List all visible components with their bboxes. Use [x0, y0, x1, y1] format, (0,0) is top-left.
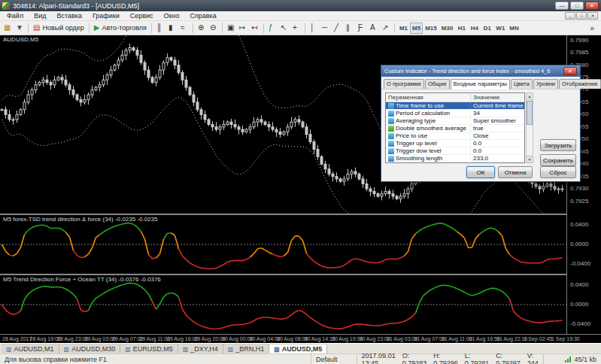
dialog-title-bar[interactable]: Custom Indicator - Trend direction and f… [381, 65, 580, 77]
mdi-close-button[interactable]: ✕ [587, 12, 598, 20]
timeframe-m15-button[interactable]: M15 [423, 23, 439, 34]
indicator-axis-label: 0.0000 [570, 241, 588, 247]
indicator-pane-1[interactable]: M5 forex-TSD trend direction & force (34… [0, 215, 566, 274]
dialog-tab-входные-параметры[interactable]: Входные параметры [451, 79, 510, 89]
param-name: Smoothing length [396, 155, 471, 162]
load-button[interactable]: Загрузить [540, 139, 576, 151]
chart-tab--brn-h1[interactable]: ▥_BRN,H1 [223, 344, 270, 353]
dialog-close-icon[interactable]: ✕ [563, 67, 577, 75]
dialog-tab-цвета[interactable]: Цвета [511, 79, 533, 89]
line-chart-button[interactable]: ≈ [178, 22, 190, 34]
reset-button[interactable]: Сброс [540, 166, 576, 178]
indicator-2-canvas[interactable] [0, 275, 566, 334]
candlestick-chart-button[interactable]: ▮ [166, 22, 178, 34]
scroll-thumb[interactable] [527, 101, 533, 125]
chart-tab-audusd-m5[interactable]: ▥AUDUSD,M5 [269, 344, 327, 353]
zoom-out-button[interactable]: ⊖ [208, 22, 220, 34]
fibonacci-button[interactable]: Ƒ [356, 22, 368, 34]
chart-tab--dxy-h4[interactable]: ▥_DXY,H4 [178, 344, 223, 353]
param-row[interactable]: Averaging typeSuper smoother [386, 117, 524, 125]
arrow-objects-button[interactable]: ↗ [380, 22, 392, 34]
indicator-pane-2[interactable]: M5 Trend Direction Force + Ocean TT (34)… [0, 275, 566, 334]
vertical-line-button[interactable]: │ [308, 22, 320, 34]
menu-item-Сервис[interactable]: Сервис [125, 12, 159, 20]
ok-button[interactable]: ОК [466, 166, 495, 178]
menu-item-Окно[interactable]: Окно [159, 12, 185, 20]
close-button[interactable]: ✕ [585, 2, 599, 10]
time-axis-label: 30 Aug 04:00 [250, 336, 281, 341]
new-chart-button[interactable]: ▦ [2, 22, 14, 34]
timeframe-mn-button[interactable]: MN [507, 23, 521, 34]
cursor-button[interactable]: ↖ [278, 22, 290, 34]
horizontal-line-button[interactable]: ─ [320, 22, 332, 34]
indicators-button[interactable]: ƒ [266, 22, 278, 34]
timeframe-h1-button[interactable]: H1 [455, 23, 468, 34]
param-row[interactable]: Double smoothed averagetrue [386, 125, 524, 132]
timeframe-w1-button[interactable]: W1 [493, 23, 507, 34]
time-axis-label: 30 Aug 19:00 [332, 336, 363, 341]
menu-item-Графики[interactable]: Графики [87, 12, 125, 20]
param-row[interactable]: Smoothing length233.0 [386, 155, 524, 162]
param-value[interactable]: 0.0 [471, 140, 524, 147]
cancel-button[interactable]: Отмена [498, 166, 533, 178]
param-row[interactable]: Trigger dow level0.0 [386, 147, 524, 155]
param-row[interactable]: Trigger up level0.0 [386, 140, 524, 147]
param-value[interactable]: 0.0 [471, 147, 524, 154]
dialog-tab-о-программе[interactable]: О программе [384, 79, 424, 89]
chart-tab-audusd-m1[interactable]: ▥AUDUSD,M1 [2, 344, 59, 353]
dialog-tab-отображение[interactable]: Отображение [559, 79, 601, 89]
timeframe-m30-button[interactable]: M30 [439, 23, 456, 34]
timeframe-h4-button[interactable]: H4 [468, 23, 481, 34]
time-axis-label: 29 Aug 20:00 [195, 336, 226, 341]
text-label-button[interactable]: A [368, 22, 380, 34]
param-row[interactable]: Period of calculation34 [386, 110, 524, 117]
dialog-tab-общие[interactable]: Общие [425, 79, 450, 89]
scroll-down-icon[interactable]: ▼ [527, 156, 533, 162]
status-profile[interactable]: Default [311, 354, 357, 364]
param-value[interactable]: 233.0 [471, 155, 524, 162]
toolbar-overflow-button[interactable]: » [584, 23, 599, 34]
param-row[interactable]: Time frame to useCurrent time frame [386, 102, 524, 110]
indicator-1-canvas[interactable] [0, 215, 566, 274]
param-value[interactable]: true [471, 125, 524, 132]
auto-scroll-button[interactable]: ↦ [237, 22, 249, 34]
save-button[interactable]: Сохранить [540, 154, 576, 166]
dialog-tab-уровни[interactable]: Уровни [533, 79, 558, 89]
param-value[interactable]: Current time frame [471, 102, 524, 109]
title-bar[interactable]: 304814: Alpari-Standard3 - [AUDUSD,M5] —… [0, 0, 601, 11]
param-row[interactable]: Price to useClose [386, 132, 524, 140]
menu-item-Справка[interactable]: Справка [184, 12, 221, 20]
crosshair-button[interactable]: + [290, 22, 302, 34]
zoom-in-button[interactable]: ⊕ [196, 22, 208, 34]
timeframe-d1-button[interactable]: D1 [481, 23, 493, 34]
timeframe-m1-button[interactable]: M1 [397, 23, 410, 34]
param-value[interactable]: Close [471, 132, 524, 139]
trendline-icon: ╱ [334, 23, 338, 33]
mdi-window-controls: _ □ ✕ [565, 12, 599, 20]
indicator-axis-label: -0.0400 [570, 261, 590, 267]
auto-trading-button[interactable]: ▶Авто-торговля [92, 22, 149, 34]
menu-item-Файл[interactable]: Файл [2, 12, 29, 20]
scroll-up-icon[interactable]: ▲ [527, 93, 533, 100]
chart-tab-audusd-m30[interactable]: ▥AUDUSD,M30 [59, 344, 121, 353]
maximize-button[interactable]: □ [570, 2, 584, 10]
new-order-button[interactable]: ▤Новый ордер [31, 22, 87, 34]
mdi-restore-button[interactable]: □ [576, 12, 587, 20]
timeframe-m5-button[interactable]: M5 [410, 23, 423, 34]
chart-tab-eurusd-m5[interactable]: ▥EURUSD,M5 [120, 344, 178, 353]
time-axis-label: 29 Aug 07:00 [112, 336, 143, 341]
trendline-button[interactable]: ╱ [332, 22, 344, 34]
bar-chart-button[interactable]: ║ [154, 22, 166, 34]
tile-windows-button[interactable]: ▣ [225, 22, 237, 34]
time-axis[interactable]: 28 Aug 201728 Aug 19:0028 Aug 23:0029 Au… [0, 334, 601, 343]
chart-profiles-button[interactable]: ▼ [14, 22, 26, 34]
mdi-minimize-button[interactable]: _ [565, 12, 575, 20]
minimize-button[interactable]: — [555, 2, 569, 10]
table-scrollbar[interactable]: ▲ ▼ [526, 93, 533, 163]
chart-shift-button[interactable]: ↤ [249, 22, 261, 34]
equidistant-channel-button[interactable]: ∥ [344, 22, 356, 34]
param-value[interactable]: 34 [471, 110, 524, 117]
menu-item-Вставка[interactable]: Вставка [51, 12, 87, 20]
menu-item-Вид[interactable]: Вид [29, 12, 51, 20]
param-value[interactable]: Super smoother [471, 117, 524, 124]
